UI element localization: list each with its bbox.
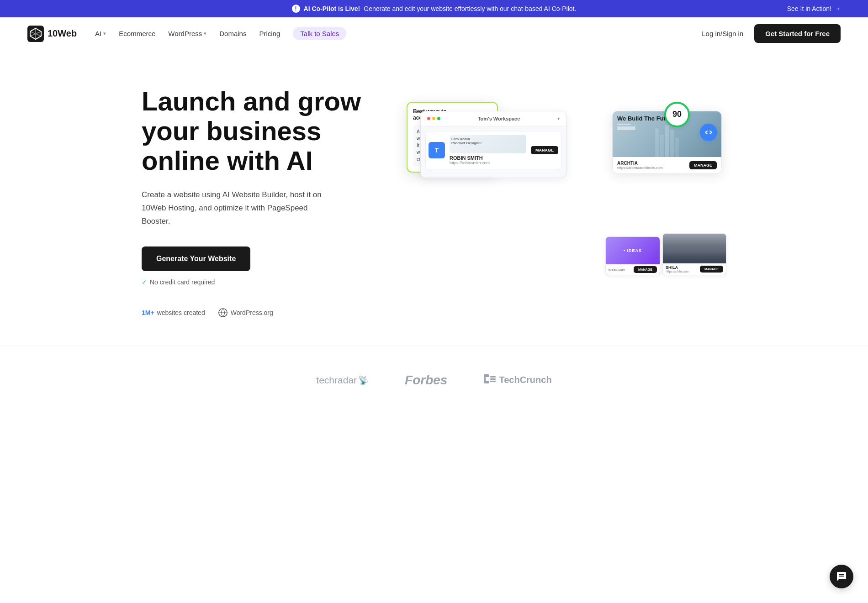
forbes-logo: Forbes <box>405 373 447 388</box>
workspace-label: Tom's Workspace <box>478 116 520 121</box>
logo[interactable]: 10Web <box>27 26 77 42</box>
tc-icon <box>484 374 496 383</box>
press-section: techradar 📡 Forbes TechCrunch <box>0 345 868 424</box>
window-dots <box>427 117 440 120</box>
hero-title: Launch and grow your business online wit… <box>142 87 379 176</box>
card-header: Tom's Workspace ▾ <box>421 111 566 126</box>
hero-subtitle: Create a website using AI Website Builde… <box>142 189 333 228</box>
announcement-bar: ! AI Co-Pilot is Live! Generate and edit… <box>0 0 868 17</box>
card-body: T I am RobinProduct Designer ROBIN SMITH… <box>421 126 566 178</box>
ideas-footer: ideas.com MANAGE <box>606 264 660 275</box>
nav-links: AI ▾ Ecommerce WordPress ▾ Domains Prici… <box>95 27 687 40</box>
techcrunch-logo: TechCrunch <box>484 374 551 386</box>
announce-bold: AI Co-Pilot is Live! <box>304 5 360 12</box>
dot-green <box>437 117 440 120</box>
archtia-divider <box>617 124 631 125</box>
nav-item-ecommerce[interactable]: Ecommerce <box>119 30 155 37</box>
shila-url: https://shila.com <box>666 270 689 273</box>
no-credit-card-note: ✓ No credit card required <box>142 278 379 286</box>
shila-footer: SHILA https://shila.com MANAGE <box>663 263 726 275</box>
shila-bg <box>663 234 726 263</box>
techradar-antenna: 📡 <box>358 375 368 385</box>
hero-visual: 90 Tom's Workspace ▾ T <box>407 102 726 303</box>
logo-text: 10Web <box>48 28 77 39</box>
ideas-manage-button[interactable]: MANAGE <box>634 266 657 273</box>
ideas-label: • IDEAS <box>624 248 642 253</box>
nav-item-ai[interactable]: AI ▾ <box>95 30 106 37</box>
archtia-info: ARCHTIA https://archtiaarchitects.com <box>617 161 663 170</box>
exclaim-icon: ! <box>292 5 300 13</box>
shila-manage-button[interactable]: MANAGE <box>700 266 723 273</box>
preview-label: I am RobinProduct Designer <box>451 137 524 145</box>
navbar: 10Web AI ▾ Ecommerce WordPress ▾ Domains… <box>0 17 868 50</box>
archtia-btn-placeholder <box>617 126 635 130</box>
shila-info: SHILA https://shila.com <box>666 265 689 273</box>
nav-right: Log in/Sign in Get Started for Free <box>702 24 841 43</box>
robin-avatar: T <box>429 142 445 158</box>
forbes-text: Forbes <box>405 373 447 388</box>
hero-left: Launch and grow your business online wit… <box>142 87 379 318</box>
login-link[interactable]: Log in/Sign in <box>702 30 743 37</box>
shila-gradient <box>663 252 726 263</box>
dashboard-card-main: Tom's Workspace ▾ T I am RobinProduct De… <box>420 111 566 178</box>
techcrunch-text: TechCrunch <box>499 375 551 385</box>
svg-rect-4 <box>490 376 496 378</box>
shila-card: SHILA https://shila.com MANAGE <box>662 233 726 275</box>
site-row-robin: T I am RobinProduct Designer ROBIN SMITH… <box>425 131 561 169</box>
arrow-icon: → <box>834 5 841 12</box>
check-icon: ✓ <box>142 278 147 286</box>
robin-info: I am RobinProduct Designer ROBIN SMITH h… <box>450 135 526 165</box>
svg-rect-3 <box>486 377 489 381</box>
robin-preview: I am RobinProduct Designer <box>450 135 526 153</box>
svg-rect-5 <box>490 378 496 380</box>
robin-role: https://robinsmith.com <box>450 161 526 165</box>
nav-item-talk-sales[interactable]: Talk to Sales <box>293 27 346 40</box>
shila-name: SHILA <box>666 265 689 270</box>
stats-row: 1M+ websites created WordPress.org <box>142 308 379 318</box>
techradar-text: techradar <box>316 375 357 386</box>
code-icon <box>700 124 717 141</box>
robin-manage-button[interactable]: MANAGE <box>531 146 558 154</box>
see-action-link[interactable]: See It in Action! → <box>787 5 841 12</box>
chevron-down-icon: ▾ <box>204 31 206 37</box>
score-badge: 90 <box>664 102 690 127</box>
shila-image <box>663 234 726 263</box>
wordpress-icon <box>218 308 228 318</box>
tc-symbol <box>484 374 496 386</box>
code-svg-icon <box>704 128 713 137</box>
techradar-logo: techradar 📡 <box>316 375 368 386</box>
hero-section: Launch and grow your business online wit… <box>114 50 754 345</box>
chevron-down-icon: ▾ <box>103 31 106 37</box>
see-action-label: See It in Action! <box>787 5 831 12</box>
announce-message: Generate and edit your website effortles… <box>364 5 576 12</box>
generate-website-button[interactable]: Generate Your Website <box>142 246 250 271</box>
dot-red <box>427 117 430 120</box>
ideas-card: • IDEAS ideas.com MANAGE <box>605 236 660 275</box>
archtia-footer: ARCHTIA https://archtiaarchitects.com MA… <box>613 157 721 173</box>
wordpress-badge: WordPress.org <box>218 308 273 318</box>
get-started-button[interactable]: Get Started for Free <box>754 24 841 43</box>
svg-rect-6 <box>490 381 496 382</box>
archtia-url: https://archtiaarchitects.com <box>617 166 663 170</box>
nav-item-domains[interactable]: Domains <box>219 30 246 37</box>
ideas-url: ideas.com <box>609 267 625 272</box>
workspace-dropdown: ▾ <box>557 116 560 121</box>
archtia-manage-button[interactable]: MANAGE <box>689 161 717 169</box>
dot-yellow <box>432 117 435 120</box>
logo-icon <box>27 26 44 42</box>
robin-name: ROBIN SMITH <box>450 155 526 161</box>
nav-item-pricing[interactable]: Pricing <box>259 30 280 37</box>
nav-item-wordpress[interactable]: WordPress ▾ <box>168 30 206 37</box>
websites-stat: 1M+ websites created <box>142 309 205 316</box>
archtia-site-name: ARCHTIA <box>617 161 663 166</box>
ideas-image: • IDEAS <box>606 237 660 264</box>
